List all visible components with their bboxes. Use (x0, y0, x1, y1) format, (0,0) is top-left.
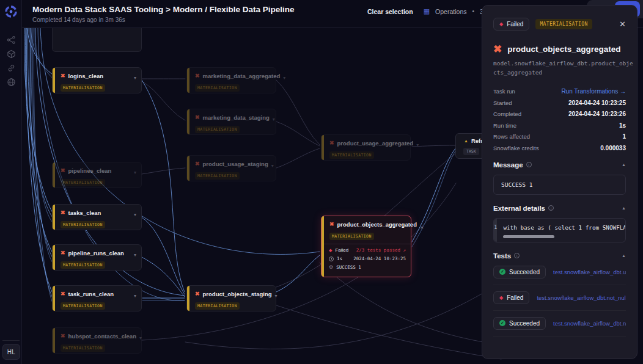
dbt-icon (195, 73, 200, 79)
horizontal-scrollbar[interactable] (503, 235, 554, 238)
materialisation-badge: MATERIALISATION (61, 84, 105, 92)
dbt-icon (195, 115, 200, 120)
materialisation-badge: MATERIALISATION (329, 151, 374, 159)
collapse-icon[interactable] (622, 253, 626, 258)
materialisation-badge: MATERIALISATION (61, 302, 105, 310)
succeeded-check-icon (499, 269, 505, 275)
globe-icon[interactable] (7, 78, 16, 87)
graph-node-task-runs-clean[interactable]: task_runs_clean MATERIALISATION (52, 285, 142, 311)
code-line: with base as ( select 1 from SNOWFLAKE (503, 224, 626, 231)
status-label: Failed (507, 294, 523, 301)
chevron-down-icon[interactable] (275, 293, 277, 299)
node-label: marketing_data_aggregated (203, 73, 281, 79)
chevron-up-icon[interactable] (420, 225, 424, 229)
test-row: Succeeded test.snowflake_airflow_dbt.not… (493, 311, 626, 337)
failed-diamond-icon (499, 295, 503, 300)
chevron-down-icon[interactable] (416, 142, 419, 148)
sidebar-divider (2, 340, 20, 341)
detail-value: 1 (622, 133, 626, 140)
test-link[interactable]: test.snowflake_airflow_dbt.not_null_pr (553, 320, 626, 327)
collapse-icon[interactable] (622, 162, 626, 167)
materialisation-badge: MATERIALISATION (195, 126, 240, 133)
external-details-heading: External details (493, 205, 545, 212)
node-timestamp: 2024-04-24 10:23:25 (353, 256, 406, 261)
node-accent-bar (187, 156, 189, 181)
detail-value: 2024-04-24 10:23:26 (568, 111, 626, 117)
operations-label: Operations (435, 8, 466, 15)
node-accent-bar (187, 286, 189, 311)
app-logo[interactable] (4, 5, 18, 18)
operations-icon (424, 7, 430, 15)
graph-node-hubspot-contacts-clean[interactable]: hubspot_contacts_clean MATERIALISATION (52, 327, 142, 354)
tests-list: Succeeded test.snowflake_airflow_dbt.uni… (493, 260, 626, 337)
graph-node-marketing-data-staging[interactable]: marketing_data_staging MATERIALISATION (186, 109, 276, 135)
detail-label: Rows affected (493, 133, 530, 140)
model-identifier: model.snowflake_airflow_dbt.product_obje… (493, 59, 634, 77)
test-row: Failed test.snowflake_airflow_dbt.not_nu… (493, 285, 626, 311)
chevron-down-icon[interactable] (134, 212, 136, 217)
run-transformations-link[interactable]: Run Transformations → (561, 88, 626, 95)
node-accent-bar (53, 328, 55, 353)
chevron-down-icon[interactable] (134, 75, 136, 81)
lineage-graph-icon[interactable] (7, 35, 16, 45)
gear-icon (329, 265, 333, 270)
close-icon[interactable] (619, 20, 626, 29)
graph-node-marketing-data-aggregated[interactable]: marketing_data_aggregated MATERIALISATIO… (186, 67, 276, 93)
chevron-down-icon[interactable] (273, 117, 275, 122)
info-icon[interactable] (526, 162, 532, 167)
tests-summary-link[interactable]: 2/3 tests passed ↗ (356, 247, 406, 253)
graph-node-product-objects-staging[interactable]: product_objects_staging MATERIALISATION (186, 285, 276, 311)
clear-selection-button[interactable]: Clear selection (367, 8, 413, 15)
graph-node-partial[interactable] (52, 28, 142, 52)
cube-icon[interactable] (7, 49, 16, 59)
sidebar: HL (0, 0, 22, 364)
dbt-icon (329, 140, 334, 146)
dbt-icon (329, 222, 334, 227)
run-summary: Completed 14 days ago in 3m 36s (32, 16, 125, 23)
graph-node-logins-clean[interactable]: logins_clean MATERIALISATION (52, 67, 142, 93)
chevron-down-icon[interactable] (283, 75, 285, 81)
info-icon[interactable] (548, 205, 554, 211)
chevron-down-icon[interactable] (134, 293, 136, 299)
graph-node-product-usage-staging[interactable]: product_usage_staging MATERIALISATION (186, 155, 276, 181)
node-accent-bar (53, 68, 55, 93)
chevron-down-icon[interactable] (134, 170, 136, 175)
message-heading: Message (493, 161, 523, 169)
node-label: product_usage_staging (203, 161, 268, 167)
graph-node-product-usage-aggregated[interactable]: product_usage_aggregated MATERIALISATION (321, 134, 411, 161)
test-link[interactable]: test.snowflake_airflow_dbt.not_null_pr (537, 294, 626, 301)
dbt-icon (61, 73, 65, 79)
node-accent-bar (187, 109, 189, 134)
graph-node-pipeline-runs-clean[interactable]: pipeline_runs_clean MATERIALISATION (52, 244, 142, 271)
node-label: product_usage_aggregated (337, 140, 414, 147)
graph-node-pipelines-clean[interactable]: pipelines_clean MATERIALISATION (52, 162, 142, 188)
node-accent-bar (322, 135, 324, 160)
succeeded-check-icon (499, 320, 505, 326)
node-label: marketing_data_staging (203, 114, 270, 121)
status-label: Succeeded (509, 269, 540, 275)
dbt-icon (61, 291, 65, 297)
info-icon[interactable] (514, 253, 520, 258)
message-body: SUCCESS 1 (493, 175, 626, 195)
detail-value: 2024-04-24 10:23:25 (568, 100, 626, 106)
dbt-icon (195, 161, 200, 167)
status-label: Failed (507, 21, 523, 27)
materialisation-badge: MATERIALISATION (61, 179, 105, 186)
node-label: pipeline_runs_clean (68, 250, 124, 257)
test-link[interactable]: test.snowflake_airflow_dbt.unique_pro (553, 269, 626, 275)
detail-label: Run time (493, 122, 516, 129)
graph-node-tasks-clean[interactable]: tasks_clean MATERIALISATION (52, 204, 142, 230)
detail-label: Task run (493, 88, 515, 95)
chevron-down-icon[interactable] (134, 252, 136, 258)
collapse-icon[interactable] (622, 206, 626, 210)
task-icon (464, 139, 468, 143)
graph-node-product-objects-aggregated-selected[interactable]: product_objects_aggregated MATERIALISATI… (321, 216, 411, 277)
node-label: product_objects_aggregated (337, 221, 417, 228)
user-avatar[interactable]: HL (2, 344, 20, 360)
link-icon[interactable] (7, 64, 16, 73)
detail-label: Snowflake credits (493, 145, 538, 151)
status-pill-succeeded: Succeeded (493, 317, 546, 330)
chevron-down-icon[interactable] (271, 163, 274, 169)
dbt-icon (61, 250, 65, 256)
chevron-down-icon[interactable] (139, 335, 142, 341)
